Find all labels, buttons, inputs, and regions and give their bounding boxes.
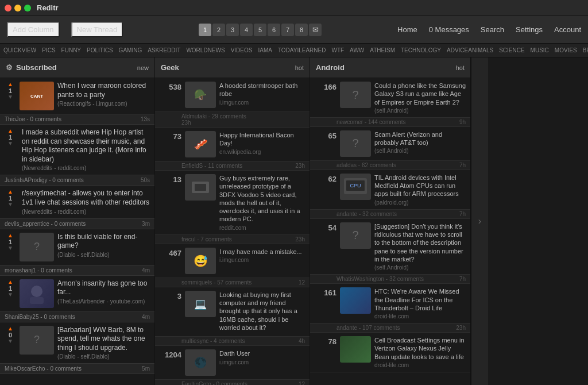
downvote-icon[interactable]: ▼ <box>7 141 13 147</box>
post-item[interactable]: 62 CPU TIL Android devices with Intel Me… <box>310 170 470 210</box>
post-item[interactable]: 65 ? Scam Alert (Verizon and probably AT… <box>310 127 470 161</box>
score-col: 467 <box>160 248 181 274</box>
post-item[interactable]: ▲ 1 ▼ ? Is this build viable for end-gam… <box>0 229 154 265</box>
subreddit-aww[interactable]: AWW <box>350 47 364 53</box>
add-column-button[interactable]: Add Column <box>7 22 60 37</box>
downvote-icon[interactable]: ▼ <box>7 202 13 207</box>
home-nav[interactable]: Home <box>397 25 417 34</box>
tab-compose-icon[interactable]: ✉ <box>309 24 322 36</box>
post-item[interactable]: 54 ? [Suggestion] Don't you think it's r… <box>310 219 470 275</box>
post-content: I may have made a mistake... i.imgur.com <box>219 248 305 274</box>
post-item[interactable]: ▲ 1 ▼ Amon's insanity has gone too far..… <box>0 276 154 312</box>
subreddit-quickview[interactable]: QUICKVIEW <box>3 47 36 53</box>
post-time: 5m <box>142 365 150 372</box>
post-time: 13s <box>141 116 150 122</box>
subreddit-pics[interactable]: PICS <box>42 47 55 53</box>
post-item[interactable]: 73 🥓 Happy International Bacon Day! en.w… <box>155 128 310 161</box>
minimize-button[interactable] <box>14 5 21 11</box>
subreddit-funny[interactable]: FUNNY <box>61 47 81 53</box>
post-domain: (self.Android) <box>374 148 466 154</box>
subreddit-movies[interactable]: MOVIES <box>555 47 577 53</box>
tab-2[interactable]: 2 <box>212 24 225 36</box>
post-user: monashanj1 - 0 comments <box>5 267 72 274</box>
post-user: MikeOscarEcho - 0 comments <box>5 365 82 372</box>
subreddit-worldnews[interactable]: WORLDNEWS <box>186 47 225 53</box>
tab-7[interactable]: 7 <box>281 24 294 36</box>
tab-5[interactable]: 5 <box>254 24 266 36</box>
score-value: 65 <box>328 132 336 140</box>
upvote-icon[interactable]: ▲ <box>7 189 13 195</box>
post-time: 3m <box>142 221 150 227</box>
messages-nav[interactable]: 0 Messages <box>429 25 469 34</box>
upvote-icon[interactable]: ▲ <box>7 128 13 134</box>
score-value: 73 <box>173 132 181 141</box>
close-button[interactable] <box>5 5 11 11</box>
search-nav[interactable]: Search <box>481 25 504 34</box>
subreddit-atheism[interactable]: ATHEISM <box>370 47 395 53</box>
toolbar-right: Home 0 Messages Search Settings Account <box>397 25 581 34</box>
subreddit-askreddit[interactable]: ASKREDDIT <box>148 47 180 53</box>
post-item[interactable]: ▲ 1 ▼ I made a subreddit where Hip Hop a… <box>0 125 154 175</box>
tab-3[interactable]: 3 <box>226 24 239 36</box>
geek-body: 538 🪖 A hooded stormtrooper bath robe i.… <box>155 78 310 385</box>
android-column-header: Android hot <box>310 57 470 78</box>
tab-8[interactable]: 8 <box>295 24 308 36</box>
post-content: Amon's insanity has gone too far... (The… <box>57 279 150 308</box>
post-title: Could a phone like the Samsung Galaxy S3… <box>374 82 466 106</box>
maximize-button[interactable] <box>24 5 31 11</box>
post-title: A hooded stormtrooper bath robe <box>219 82 305 98</box>
subreddit-todayilearned[interactable]: TODAYILEARNED <box>278 47 326 53</box>
post-item[interactable]: 78 Cell Broadcast Settings menu in Veriz… <box>310 333 470 372</box>
settings-nav[interactable]: Settings <box>516 25 543 34</box>
tab-6[interactable]: 6 <box>268 24 280 36</box>
downvote-icon[interactable]: ▼ <box>7 94 13 100</box>
upvote-icon[interactable]: ▲ <box>7 279 13 285</box>
subreddit-gaming[interactable]: GAMING <box>119 47 142 53</box>
post-thumbnail: ? <box>340 82 371 108</box>
expand-columns-button[interactable]: › <box>471 57 488 385</box>
post-title: r/sexytimechat - allows you to enter int… <box>22 189 150 207</box>
subreddit-politics[interactable]: POLITICS <box>87 47 113 53</box>
post-item[interactable]: 1204 🌑 Darth User i.imgur.com <box>155 346 310 380</box>
subreddit-science[interactable]: SCIENCE <box>499 47 524 53</box>
post-item[interactable]: 166 ? Could a phone like the Samsung Gal… <box>310 78 470 118</box>
gear-icon[interactable]: ⚙ <box>6 63 13 72</box>
post-item[interactable]: ▲ 0 ▼ ? [Barbarian] WW Barb, 8M to spend… <box>0 322 154 364</box>
score-col: 166 <box>315 82 336 114</box>
downvote-icon[interactable]: ▼ <box>7 292 13 298</box>
vote-col: ▲ 1 ▼ <box>5 233 16 261</box>
window-controls[interactable] <box>5 5 31 11</box>
post-meta: JustinIsAProdigy - 0 comments 50s <box>0 175 154 186</box>
post-item[interactable]: 538 🪖 A hooded stormtrooper bath robe i.… <box>155 78 310 112</box>
subreddit-iama[interactable]: IAMA <box>258 47 272 53</box>
post-item[interactable]: ▲ 1 ▼ CANT When I wear maroon colored pa… <box>0 78 154 114</box>
upvote-icon[interactable]: ▲ <box>7 326 13 332</box>
subreddit-music[interactable]: MUSIC <box>531 47 549 53</box>
post-thumbnail <box>340 287 371 314</box>
post-meta: WhatisWashington - 32 comments 7h <box>310 275 470 284</box>
subreddit-technology[interactable]: TECHNOLOGY <box>401 47 441 53</box>
subreddit-adviceanimals[interactable]: ADVICEANIMALS <box>447 47 493 53</box>
post-domain: reddit.com <box>219 225 305 231</box>
post-content: Cell Broadcast Settings menu in Verizon … <box>374 336 466 368</box>
post-item[interactable]: 161 HTC: We're Aware We Missed the Deadl… <box>310 284 470 324</box>
account-nav[interactable]: Account <box>554 25 581 34</box>
post-item[interactable]: 3 💻 Looking at buying my first computer … <box>155 287 310 337</box>
upvote-icon[interactable]: ▲ <box>7 233 13 238</box>
tab-4[interactable]: 4 <box>240 24 253 36</box>
vote-col: ▲ 1 ▼ <box>5 189 16 214</box>
post-item[interactable]: 13 Guy buys extremely rare, unreleased p… <box>155 171 310 235</box>
subreddit-bestof[interactable]: BESTOF <box>583 47 588 53</box>
subreddit-wtf[interactable]: WTF <box>331 47 344 53</box>
subreddit-videos[interactable]: VIDEOS <box>231 47 253 53</box>
tab-1[interactable]: 1 <box>199 24 211 36</box>
subscribed-body: ▲ 1 ▼ CANT When I wear maroon colored pa… <box>0 78 154 385</box>
score-value: 538 <box>169 83 181 91</box>
score-value: 3 <box>177 292 181 301</box>
new-thread-button[interactable]: New Thread <box>71 22 123 37</box>
downvote-icon[interactable]: ▼ <box>7 338 13 344</box>
post-item[interactable]: ▲ 1 ▼ r/sexytimechat - allows you to ent… <box>0 186 154 218</box>
post-item[interactable]: 467 😅 I may have made a mistake... i.img… <box>155 244 310 278</box>
upvote-icon[interactable]: ▲ <box>7 82 13 87</box>
downvote-icon[interactable]: ▼ <box>7 245 13 251</box>
